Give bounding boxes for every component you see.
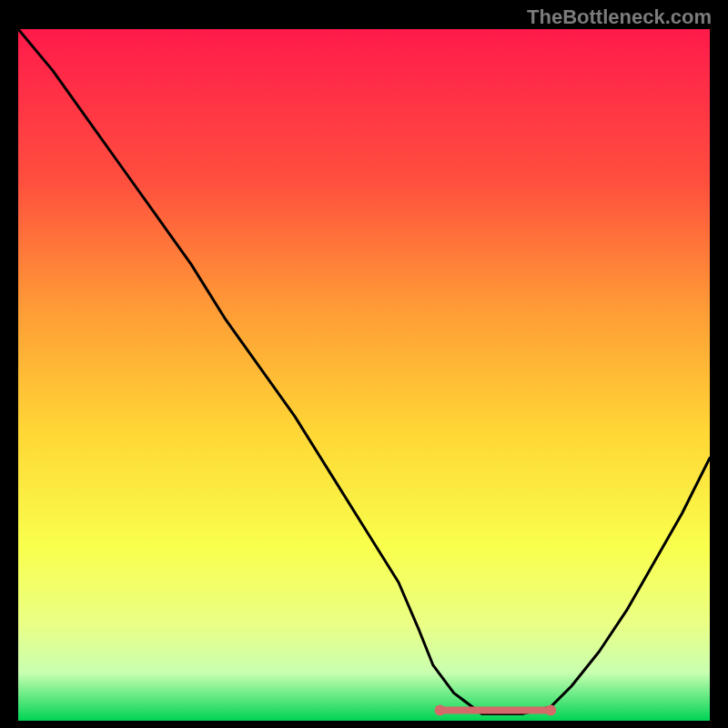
- watermark-text: TheBottleneck.com: [527, 5, 712, 29]
- bottleneck-chart: [18, 29, 710, 721]
- svg-point-2: [545, 705, 556, 716]
- svg-point-1: [435, 705, 446, 716]
- chart-frame: [18, 29, 710, 721]
- gradient-background: [18, 29, 710, 721]
